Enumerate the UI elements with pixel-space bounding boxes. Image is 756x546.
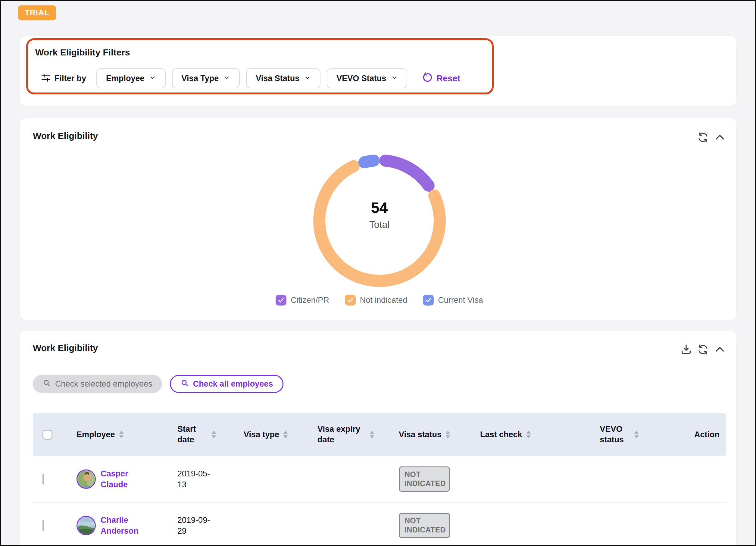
legend-label: Current Visa xyxy=(438,296,483,305)
employee-filter-label: Employee xyxy=(106,74,145,83)
table-row: Charlie Anderson 2019-09-29 NOT INDICATE… xyxy=(33,503,726,546)
column-header-action: Action xyxy=(694,430,720,439)
select-all-checkbox[interactable] xyxy=(42,430,52,440)
legend-checkbox-current-visa[interactable] xyxy=(423,295,434,306)
sliders-filter-icon xyxy=(41,73,51,84)
sort-icon[interactable] xyxy=(369,430,375,439)
avatar[interactable] xyxy=(77,470,96,489)
refresh-icon[interactable] xyxy=(697,344,709,356)
table-header-row: Employee Start date Visa type Visa expir… xyxy=(33,413,726,456)
work-eligibility-page: TRIAL Work Eligibility Filters Filter by… xyxy=(0,0,756,546)
sort-icon[interactable] xyxy=(283,430,288,439)
check-selected-label: Check selected employees xyxy=(55,379,152,389)
table-card-title: Work Eligibility xyxy=(33,343,98,353)
employee-cell: Charlie Anderson xyxy=(52,515,164,537)
sort-icon[interactable] xyxy=(211,430,217,439)
column-header-visa-status: Visa status xyxy=(399,430,442,439)
check-selected-employees-button[interactable]: Check selected employees xyxy=(33,375,162,393)
column-header-visa-type: Visa type xyxy=(244,430,279,439)
filter-by: Filter by xyxy=(41,73,86,84)
filter-by-label: Filter by xyxy=(55,74,86,83)
column-header-employee: Employee xyxy=(77,430,115,439)
vevo-status-filter-dropdown[interactable]: VEVO Status xyxy=(327,68,407,88)
search-icon xyxy=(180,379,189,389)
checkmark-icon xyxy=(347,297,354,304)
legend-item-citizen-pr: Citizen/PR xyxy=(276,295,329,306)
check-all-label: Check all employees xyxy=(193,379,273,389)
visa-status-badge: NOT INDICATED xyxy=(399,466,450,492)
legend-item-not-indicated: Not indicated xyxy=(345,295,408,306)
visa-type-filter-dropdown[interactable]: Visa Type xyxy=(172,68,240,88)
check-all-employees-button[interactable]: Check all employees xyxy=(170,375,284,393)
employee-name-link[interactable]: Charlie Anderson xyxy=(101,515,144,537)
reset-label: Reset xyxy=(436,73,460,83)
vevo-status-filter-label: VEVO Status xyxy=(336,74,386,83)
collapse-chevron-up-icon[interactable] xyxy=(714,131,726,143)
visa-type-filter-label: Visa Type xyxy=(182,74,219,83)
table-row: Casper Claude 2019-05-13 NOT INDICATED xyxy=(33,456,726,503)
trial-badge: TRIAL xyxy=(18,5,56,20)
work-eligibility-table-card: Work Eligibility xyxy=(20,331,736,546)
filter-row: Filter by Employee Visa Type Visa Status… xyxy=(35,68,492,88)
employees-table: Employee Start date Visa type Visa expir… xyxy=(33,413,726,546)
visa-status-filter-dropdown[interactable]: Visa Status xyxy=(246,68,320,88)
chevron-down-icon xyxy=(304,74,311,83)
annotation-highlight-box: Work Eligibility Filters Filter by Emplo… xyxy=(26,38,494,94)
download-icon[interactable] xyxy=(680,344,692,356)
chart-legend: Citizen/PR Not indicated Current Visa xyxy=(33,295,726,306)
start-date: 2019-09-29 xyxy=(177,515,217,537)
collapse-chevron-up-icon[interactable] xyxy=(714,344,726,356)
legend-item-current-visa: Current Visa xyxy=(423,295,483,306)
start-date: 2019-05-13 xyxy=(177,468,217,490)
visa-status-filter-label: Visa Status xyxy=(256,74,299,83)
sort-icon[interactable] xyxy=(634,430,639,439)
visa-status-badge: NOT INDICATED xyxy=(399,513,450,538)
column-header-last-check: Last check xyxy=(480,430,522,439)
legend-checkbox-citizen-pr[interactable] xyxy=(276,295,286,306)
sort-icon[interactable] xyxy=(119,430,124,439)
search-icon xyxy=(42,379,51,389)
column-header-start-date: Start date xyxy=(177,424,208,445)
work-eligibility-filters-card: Work Eligibility Filters Filter by Emplo… xyxy=(20,36,736,106)
employee-name-link[interactable]: Casper Claude xyxy=(101,468,144,490)
checkmark-icon xyxy=(425,297,432,304)
legend-checkbox-not-indicated[interactable] xyxy=(345,295,356,306)
row-checkbox[interactable] xyxy=(42,474,44,485)
employee-cell: Casper Claude xyxy=(52,468,164,490)
checkmark-icon xyxy=(277,297,285,304)
work-eligibility-chart-card: Work Eligibility 54 Total xyxy=(20,118,736,320)
sort-icon[interactable] xyxy=(445,430,451,439)
column-header-vevo-status: VEVO status xyxy=(600,424,630,445)
row-checkbox[interactable] xyxy=(42,520,44,531)
refresh-icon[interactable] xyxy=(697,131,709,143)
donut-chart-wrap: 54 Total xyxy=(310,151,449,290)
donut-chart xyxy=(310,151,449,290)
legend-label: Citizen/PR xyxy=(291,296,329,305)
rotate-reset-icon xyxy=(422,72,433,85)
employee-filter-dropdown[interactable]: Employee xyxy=(96,68,166,88)
legend-label: Not indicated xyxy=(360,296,408,305)
reset-filters-button[interactable]: Reset xyxy=(422,72,460,85)
filters-card-title: Work Eligibility Filters xyxy=(35,47,492,58)
chevron-down-icon xyxy=(223,74,230,83)
column-header-visa-expiry-date: Visa expiry date xyxy=(317,424,366,445)
chevron-down-icon xyxy=(149,74,156,83)
chevron-down-icon xyxy=(391,74,398,83)
avatar[interactable] xyxy=(77,516,96,535)
sort-icon[interactable] xyxy=(526,430,531,439)
chart-card-title: Work Eligibility xyxy=(33,131,98,141)
